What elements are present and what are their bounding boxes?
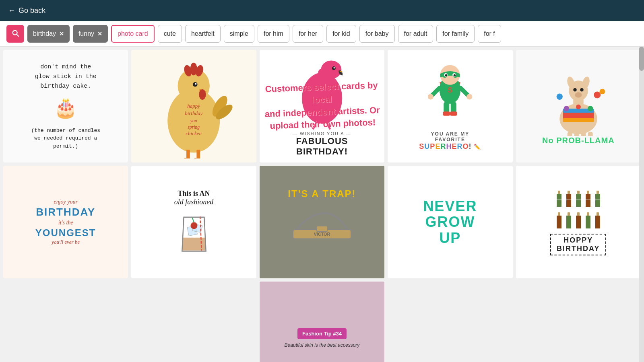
svg-rect-87 xyxy=(577,212,580,216)
svg-marker-14 xyxy=(187,158,190,158)
svg-point-58 xyxy=(576,104,581,109)
tag-for-family-label: for family xyxy=(442,30,469,37)
svg-text:happy: happy xyxy=(188,103,200,109)
svg-rect-77 xyxy=(568,191,570,194)
tag-for-kid-label: for kid xyxy=(332,30,350,37)
svg-point-34 xyxy=(445,74,447,76)
svg-rect-84 xyxy=(595,199,601,200)
go-back-button[interactable]: ← Go back xyxy=(8,6,45,15)
search-icon xyxy=(11,29,20,39)
arrow-left-icon: ← xyxy=(8,6,15,15)
tag-for-baby[interactable]: for baby xyxy=(359,25,395,43)
svg-point-23 xyxy=(321,61,341,79)
filter-bar: birthday ✕ funny ✕ photo card cute heart… xyxy=(0,21,644,47)
bottle-grid xyxy=(555,189,602,230)
svg-text:S: S xyxy=(448,86,453,94)
tag-for-him[interactable]: for him xyxy=(258,25,289,43)
svg-rect-80 xyxy=(576,199,581,200)
hoppy-text: HOPPYBIRTHDAY xyxy=(550,234,606,255)
card-hoppy[interactable]: HOPPYBIRTHDAY xyxy=(516,166,641,278)
card-glow-stick-text: don't mind the glow stick in the birthda… xyxy=(31,62,100,150)
flamingo-card-text: — WISHING YOU A — FABULOUS BIRTHDAY! xyxy=(293,131,351,162)
card-old-fashioned[interactable]: This is AN old fashioned xyxy=(131,166,256,278)
svg-rect-82 xyxy=(585,199,591,200)
svg-marker-15 xyxy=(194,158,197,158)
go-back-label: Go back xyxy=(19,6,45,15)
svg-rect-86 xyxy=(568,212,570,216)
svg-rect-62 xyxy=(588,132,593,136)
birthday-enjoy-text: enjoy your BIRTHDAY it's the YOUNGEST yo… xyxy=(35,198,96,246)
svg-rect-75 xyxy=(558,191,560,194)
card-superhero[interactable]: S YOU ARE MY FAVORITE SUPERHERO! xyxy=(388,50,512,162)
svg-rect-79 xyxy=(577,191,580,194)
svg-rect-76 xyxy=(556,199,562,200)
never-grow-text: NEVERGROWUP xyxy=(423,198,477,246)
top-bar: ← Go back xyxy=(0,0,644,21)
card-flamingo[interactable]: — WISHING YOU A — FABULOUS BIRTHDAY! Cus… xyxy=(260,50,384,162)
tag-for-family[interactable]: for family xyxy=(436,25,475,43)
tag-cute[interactable]: cute xyxy=(158,25,182,43)
svg-point-8 xyxy=(199,89,206,100)
tag-simple-label: simple xyxy=(230,30,248,37)
tag-for-her[interactable]: for her xyxy=(293,25,323,43)
card-never-grow[interactable]: NEVERGROWUP xyxy=(388,166,512,278)
trap-text: IT'S A TRAP! xyxy=(288,188,356,200)
svg-point-64 xyxy=(599,88,605,94)
tag-for-f[interactable]: for f xyxy=(478,25,501,43)
svg-text:spring: spring xyxy=(188,125,200,130)
svg-point-63 xyxy=(594,91,601,98)
search-button[interactable] xyxy=(6,25,24,43)
tag-birthday[interactable]: birthday ✕ xyxy=(27,25,70,43)
card-chicken[interactable]: happy birthday you spring chicken xyxy=(131,50,256,162)
tag-for-adult[interactable]: for adult xyxy=(398,25,433,43)
svg-text:birthday: birthday xyxy=(185,110,203,116)
svg-line-26 xyxy=(313,122,316,129)
tag-for-him-label: for him xyxy=(264,30,283,37)
svg-point-50 xyxy=(573,88,577,92)
superhero-text: YOU ARE MY FAVORITE SUPERHERO! ✏️ xyxy=(419,131,481,151)
tag-cute-label: cute xyxy=(164,30,176,37)
svg-rect-44 xyxy=(450,111,457,116)
svg-point-57 xyxy=(588,106,593,111)
tag-for-baby-label: for baby xyxy=(365,30,389,37)
fashion-tip-text: Beautiful skin is the best accessory xyxy=(285,342,360,348)
svg-rect-61 xyxy=(581,132,586,136)
scrollbar-thumb[interactable] xyxy=(639,47,644,71)
svg-rect-83 xyxy=(597,191,599,194)
svg-marker-16 xyxy=(197,158,200,158)
card-fashion[interactable]: Fashion Tip #34 Beautiful skin is the be… xyxy=(260,282,384,362)
svg-point-35 xyxy=(454,74,456,76)
card-birthday-enjoy[interactable]: enjoy your BIRTHDAY it's the YOUNGEST yo… xyxy=(3,166,128,278)
svg-rect-12 xyxy=(197,150,200,158)
tag-funny-remove[interactable]: ✕ xyxy=(97,31,102,37)
card-llama[interactable]: No PROB-LLAMA xyxy=(516,50,641,162)
svg-point-68 xyxy=(190,222,197,229)
svg-rect-85 xyxy=(558,212,560,216)
svg-rect-88 xyxy=(587,212,589,216)
tag-for-her-label: for her xyxy=(299,30,317,37)
svg-rect-60 xyxy=(574,132,579,136)
tag-funny[interactable]: funny ✕ xyxy=(73,25,108,43)
svg-text:you: you xyxy=(190,118,197,123)
svg-point-40 xyxy=(467,94,473,99)
svg-rect-55 xyxy=(563,118,594,122)
svg-point-7 xyxy=(195,83,196,84)
svg-line-69 xyxy=(192,218,194,222)
svg-rect-43 xyxy=(443,111,450,116)
svg-point-65 xyxy=(556,93,562,99)
card-trap[interactable]: IT'S A TRAP! VICTOR xyxy=(260,166,384,278)
tag-simple[interactable]: simple xyxy=(224,25,254,43)
card-glow-stick[interactable]: don't mind the glow stick in the birthda… xyxy=(3,50,128,162)
tag-photo-card[interactable]: photo card xyxy=(111,25,155,43)
tag-for-adult-label: for adult xyxy=(404,30,427,37)
llama-text: No PROB-LLAMA xyxy=(542,136,615,145)
tag-birthday-label: birthday xyxy=(33,30,56,37)
tag-birthday-remove[interactable]: ✕ xyxy=(59,31,64,37)
tag-for-kid[interactable]: for kid xyxy=(326,25,356,43)
svg-point-56 xyxy=(564,106,569,111)
scrollbar-track[interactable] xyxy=(639,47,644,362)
svg-rect-89 xyxy=(597,212,599,216)
svg-rect-81 xyxy=(587,191,589,194)
tag-heartfelt[interactable]: heartfelt xyxy=(185,25,221,43)
svg-rect-73 xyxy=(316,226,327,232)
